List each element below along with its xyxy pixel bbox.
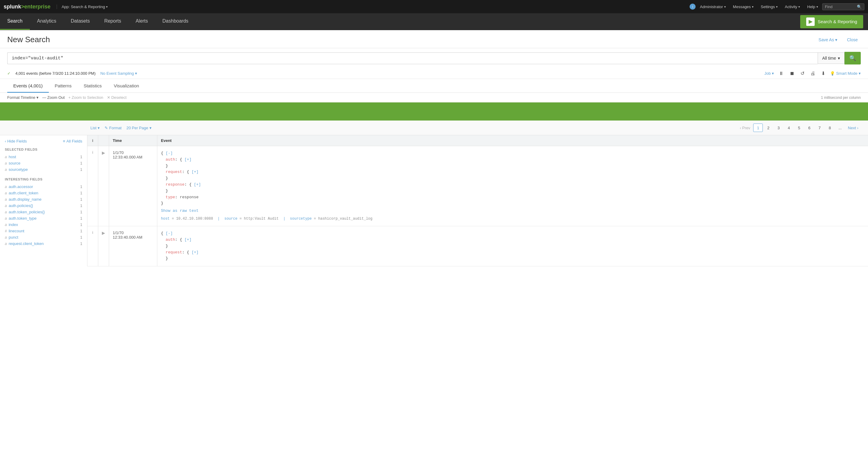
field-source[interactable]: a source 1: [5, 160, 82, 166]
field-linecount-name[interactable]: linecount: [9, 229, 24, 233]
collapse-link-2[interactable]: [-]: [166, 231, 173, 236]
zoom-out-label: — Zoom Out: [42, 95, 64, 100]
selected-fields-title: SELECTED FIELDS: [5, 148, 82, 151]
field-host[interactable]: a host 1: [5, 154, 82, 160]
field-index-name[interactable]: index: [9, 222, 18, 227]
request-expand-link[interactable]: [+]: [191, 170, 198, 174]
prev-button[interactable]: ‹ Prev: [738, 124, 753, 131]
format-timeline-button[interactable]: Format Timeline ▾: [7, 95, 38, 100]
collapse-link[interactable]: [-]: [166, 151, 173, 155]
smart-mode-button[interactable]: 💡 Smart Mode ▾: [830, 71, 861, 75]
field-auth-token-policies-name[interactable]: auth.token_policies{}: [9, 210, 45, 214]
tab-events[interactable]: Events (4,001): [7, 79, 49, 93]
field-auth-client-token-name[interactable]: auth.client_token: [9, 191, 38, 195]
field-auth-accessor[interactable]: a auth.accessor 1: [5, 184, 82, 190]
field-source-name[interactable]: source: [9, 161, 21, 165]
field-source-type: a: [5, 161, 7, 165]
field-sourcetype[interactable]: a sourcetype 1: [5, 166, 82, 173]
event-info-icon-2[interactable]: i: [87, 226, 98, 266]
nav-analytics[interactable]: Analytics: [30, 13, 64, 30]
nav-datasets[interactable]: Datasets: [64, 13, 97, 30]
response-expand-link[interactable]: [+]: [194, 182, 201, 187]
field-request-client-token-name[interactable]: request.client_token: [9, 241, 44, 246]
search-reporting-icon: ▶: [806, 18, 815, 26]
zoom-selection-button[interactable]: + Zoom to Selection: [68, 95, 103, 100]
show-raw-text-link[interactable]: Show as raw text: [161, 208, 864, 214]
per-page-button[interactable]: 20 Per Page ▾: [126, 126, 151, 130]
field-punct-name[interactable]: punct: [9, 235, 19, 240]
pause-button[interactable]: ⏸: [778, 70, 785, 77]
field-sourcetype-name[interactable]: sourcetype: [9, 167, 28, 172]
save-as-button[interactable]: Save As ▾: [815, 36, 840, 44]
field-auth-token-type[interactable]: a auth.token_type 1: [5, 215, 82, 221]
settings-menu[interactable]: Settings ▾: [758, 3, 781, 10]
event-info-icon[interactable]: i: [87, 146, 98, 226]
field-auth-client-token[interactable]: a auth.client_token 1: [5, 190, 82, 196]
next-button[interactable]: Next ›: [845, 124, 861, 131]
time-caret: ▾: [838, 56, 840, 61]
timeline-chart[interactable]: [0, 102, 868, 121]
search-input[interactable]: [7, 53, 818, 64]
search-reporting-btn[interactable]: ▶ Search & Reporting: [800, 15, 863, 28]
app-name[interactable]: App: Search & Reporting ▾: [57, 4, 108, 9]
search-button[interactable]: 🔍: [844, 52, 861, 64]
administrator-menu[interactable]: Administrator ▾: [697, 3, 729, 10]
page-6[interactable]: 6: [804, 124, 814, 132]
second-nav-left: Search Analytics Datasets Reports Alerts…: [0, 13, 195, 30]
list-button[interactable]: List ▾: [90, 126, 100, 130]
request-expand-link-2[interactable]: [+]: [191, 250, 198, 255]
field-index[interactable]: a index 1: [5, 221, 82, 228]
help-menu[interactable]: Help ▾: [804, 3, 821, 10]
field-auth-display-name-name[interactable]: auth.display_name: [9, 197, 41, 202]
nav-search[interactable]: Search: [0, 13, 30, 30]
time-picker[interactable]: All time ▾: [818, 53, 844, 64]
event-expand-arrow[interactable]: ▶: [98, 146, 109, 226]
download-button[interactable]: ⬇: [820, 70, 827, 77]
page-2[interactable]: 2: [764, 124, 773, 132]
hide-fields-button[interactable]: ‹ Hide Fields: [5, 139, 27, 144]
find-box[interactable]: Find 🔍: [822, 3, 864, 10]
page-7[interactable]: 7: [815, 124, 824, 132]
nav-dashboards[interactable]: Dashboards: [155, 13, 195, 30]
messages-menu[interactable]: Messages ▾: [730, 3, 756, 10]
field-punct[interactable]: a punct 1: [5, 234, 82, 241]
job-caret: ▾: [772, 71, 774, 75]
field-request-client-token[interactable]: a request.client_token 1: [5, 241, 82, 247]
sampling-button[interactable]: No Event Sampling ▾: [100, 71, 137, 75]
page-4[interactable]: 4: [784, 124, 794, 132]
field-auth-token-type-name[interactable]: auth.token_type: [9, 216, 37, 220]
field-linecount-type: #: [5, 229, 7, 233]
field-auth-accessor-name[interactable]: auth.accessor: [9, 184, 33, 189]
table-row: i ▶ 1/1/7012:33:40.000 AM { [-] auth: { …: [87, 146, 868, 226]
field-linecount[interactable]: # linecount 1: [5, 228, 82, 234]
close-button[interactable]: Close: [844, 36, 861, 44]
nav-alerts[interactable]: Alerts: [128, 13, 155, 30]
page-3[interactable]: 3: [774, 124, 783, 132]
event-expand-arrow-2[interactable]: ▶: [98, 226, 109, 266]
messages-caret: ▾: [752, 5, 753, 8]
field-auth-policies[interactable]: a auth.policies{} 1: [5, 203, 82, 209]
field-auth-display-name[interactable]: a auth.display_name 1: [5, 196, 82, 203]
tab-patterns[interactable]: Patterns: [49, 79, 78, 93]
print-button[interactable]: 🖨: [809, 70, 816, 77]
refresh-button[interactable]: ↺: [799, 70, 806, 77]
format-button[interactable]: ✎ Format: [104, 126, 121, 130]
nav-reports[interactable]: Reports: [97, 13, 128, 30]
page-8[interactable]: 8: [825, 124, 835, 132]
field-auth-token-policies[interactable]: a auth.token_policies{} 1: [5, 209, 82, 215]
tab-statistics[interactable]: Statistics: [78, 79, 107, 93]
activity-menu[interactable]: Activity ▾: [782, 3, 803, 10]
field-host-name[interactable]: host: [9, 155, 16, 159]
auth-expand-link[interactable]: [+]: [184, 157, 191, 162]
deselect-button[interactable]: ✕ Deselect: [107, 95, 127, 100]
auth-expand-link-2[interactable]: [+]: [184, 238, 191, 242]
field-auth-policies-name[interactable]: auth.policies{}: [9, 204, 33, 208]
job-button[interactable]: Job ▾: [764, 71, 774, 75]
stop-button[interactable]: ⏹: [788, 70, 796, 77]
page-header: New Search Save As ▾ Close: [0, 30, 868, 48]
tab-visualization[interactable]: Visualization: [107, 79, 145, 93]
page-1[interactable]: 1: [753, 124, 763, 132]
zoom-out-button[interactable]: — Zoom Out: [42, 95, 64, 100]
all-fields-button[interactable]: ≡ All Fields: [63, 139, 82, 144]
page-5[interactable]: 5: [794, 124, 804, 132]
